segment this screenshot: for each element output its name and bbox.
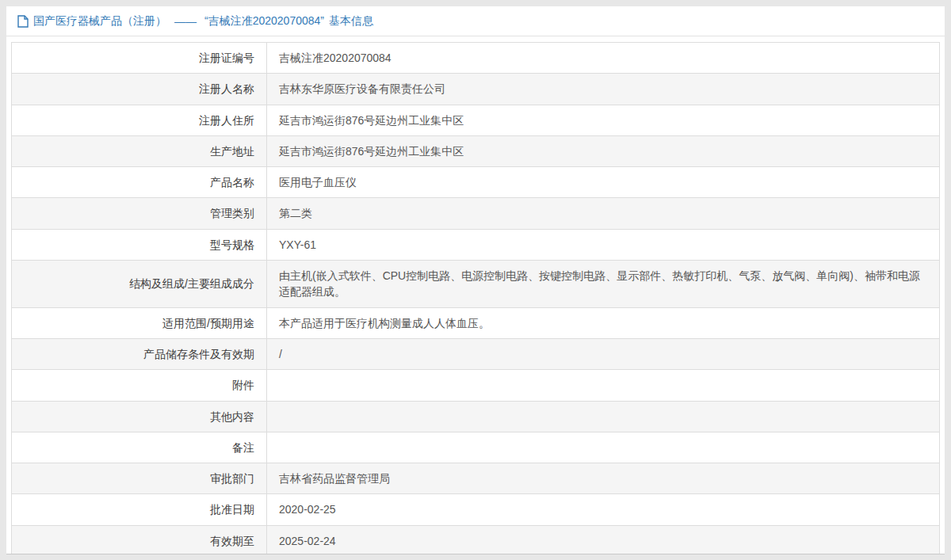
table-row: 备注 [12, 432, 940, 463]
table-row: 批准日期 2020-02-25 [12, 494, 940, 525]
row-value-cell: 延吉市鸿运街876号延边州工业集中区 [267, 105, 940, 135]
row-label: 结构及组成/主要组成成分 [129, 277, 254, 290]
row-label-cell: 产品储存条件及有效期 [12, 338, 267, 369]
row-label-cell: 生产地址 [12, 135, 267, 166]
row-value: 吉械注准20202070084 [279, 51, 391, 64]
row-value: 由主机(嵌入式软件、CPU控制电路、电源控制电路、按键控制电路、显示部件、热敏打… [279, 269, 920, 298]
row-label: 注册人住所 [199, 114, 254, 127]
row-value: YXY-61 [279, 238, 316, 251]
row-label: 型号规格 [210, 238, 254, 251]
row-value-cell [267, 432, 940, 463]
row-value: 延吉市鸿运街876号延边州工业集中区 [279, 145, 464, 158]
row-value: 本产品适用于医疗机构测量成人人体血压。 [279, 317, 490, 330]
row-value-cell: 吉林省药品监督管理局 [267, 463, 940, 494]
row-value-cell: 本产品适用于医疗机构测量成人人体血压。 [267, 307, 940, 338]
row-label: 附件 [232, 379, 254, 391]
row-label: 有效期至 [210, 535, 254, 547]
row-value: 吉林东华原医疗设备有限责任公司 [279, 82, 445, 95]
page-title-suffix: 基本信息 [329, 14, 373, 29]
info-table: 注册证编号 吉械注准20202070084 注册人名称 吉林东华原医疗设备有限责… [11, 42, 940, 554]
row-value-cell: 吉械注准20202070084 [267, 43, 940, 74]
row-value-cell [267, 401, 940, 432]
row-label-cell: 适用范围/预期用途 [12, 307, 267, 338]
row-label-cell: 结构及组成/主要组成成分 [12, 261, 267, 308]
row-label: 管理类别 [210, 207, 254, 219]
info-table-body: 注册证编号 吉械注准20202070084 注册人名称 吉林东华原医疗设备有限责… [12, 43, 940, 555]
row-value: 2025-02-24 [279, 535, 336, 547]
table-row: 有效期至 2025-02-24 [12, 525, 940, 554]
row-value-cell [267, 370, 940, 401]
row-label: 审批部门 [210, 472, 254, 485]
row-label-cell: 其他内容 [12, 401, 267, 432]
page-title-reg-no: “吉械注准20202070084” [204, 14, 324, 29]
row-label: 产品名称 [210, 176, 254, 189]
table-row: 管理类别 第二类 [12, 198, 940, 229]
row-value: 第二类 [279, 207, 312, 219]
row-value-cell: 延吉市鸿运街876号延边州工业集中区 [267, 135, 940, 166]
row-label-cell: 型号规格 [12, 229, 267, 260]
row-label: 适用范围/预期用途 [162, 317, 254, 330]
row-label-cell: 注册人住所 [12, 105, 267, 135]
table-row: 适用范围/预期用途 本产品适用于医疗机构测量成人人体血压。 [12, 307, 940, 338]
row-label: 其他内容 [210, 410, 254, 423]
row-label-cell: 注册证编号 [12, 43, 267, 74]
table-row: 附件 [12, 370, 940, 401]
table-row: 其他内容 [12, 401, 940, 432]
row-value: / [279, 348, 282, 360]
row-label-cell: 审批部门 [12, 463, 267, 494]
row-value: 医用电子血压仪 [279, 176, 357, 189]
page-title-dash: —— [174, 15, 197, 28]
table-row: 产品名称 医用电子血压仪 [12, 167, 940, 198]
table-row: 注册人名称 吉林东华原医疗设备有限责任公司 [12, 74, 940, 105]
row-label-cell: 备注 [12, 432, 267, 463]
row-label-cell: 附件 [12, 370, 267, 401]
row-label-cell: 管理类别 [12, 198, 267, 229]
row-value-cell: 2025-02-24 [267, 525, 940, 554]
table-row: 产品储存条件及有效期 / [12, 338, 940, 369]
row-label: 批准日期 [210, 503, 254, 516]
table-row: 结构及组成/主要组成成分 由主机(嵌入式软件、CPU控制电路、电源控制电路、按键… [12, 261, 940, 308]
row-value-cell: 第二类 [267, 198, 940, 229]
row-label-cell: 有效期至 [12, 525, 267, 554]
row-label-cell: 批准日期 [12, 494, 267, 525]
page-header: 国产医疗器械产品（注册） —— “吉械注准20202070084” 基本信息 [6, 6, 945, 36]
row-label-cell: 注册人名称 [12, 74, 267, 105]
row-label: 备注 [232, 441, 254, 454]
table-row: 注册人住所 延吉市鸿运街876号延边州工业集中区 [12, 105, 940, 135]
row-label: 注册证编号 [199, 51, 254, 64]
row-label: 生产地址 [210, 145, 254, 158]
table-row: 审批部门 吉林省药品监督管理局 [12, 463, 940, 494]
document-icon [17, 15, 29, 28]
table-row: 型号规格 YXY-61 [12, 229, 940, 260]
table-row: 生产地址 延吉市鸿运街876号延边州工业集中区 [12, 135, 940, 166]
row-value-cell: 吉林东华原医疗设备有限责任公司 [267, 74, 940, 105]
row-label-cell: 产品名称 [12, 167, 267, 198]
row-value-cell: 由主机(嵌入式软件、CPU控制电路、电源控制电路、按键控制电路、显示部件、热敏打… [267, 261, 940, 308]
content-panel: 国产医疗器械产品（注册） —— “吉械注准20202070084” 基本信息 注… [6, 6, 945, 554]
row-value: 2020-02-25 [279, 503, 336, 516]
row-value: 吉林省药品监督管理局 [279, 472, 390, 485]
row-label: 注册人名称 [199, 82, 254, 95]
row-value-cell: YXY-61 [267, 229, 940, 260]
table-row: 注册证编号 吉械注准20202070084 [12, 43, 940, 74]
row-value-cell: / [267, 338, 940, 369]
page-title-prefix: 国产医疗器械产品（注册） [33, 14, 166, 29]
row-value-cell: 医用电子血压仪 [267, 167, 940, 198]
row-value-cell: 2020-02-25 [267, 494, 940, 525]
row-label: 产品储存条件及有效期 [143, 348, 254, 360]
row-value: 延吉市鸿运街876号延边州工业集中区 [279, 114, 464, 127]
